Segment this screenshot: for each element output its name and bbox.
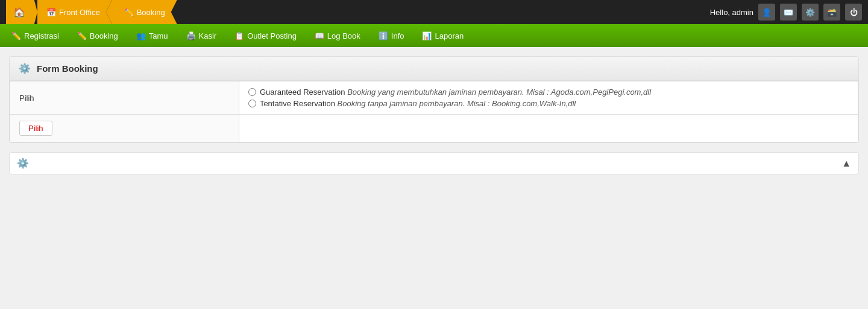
guaranteed-option: Guaranteed Reservation Booking yang memb… bbox=[248, 88, 849, 97]
main-content: ⚙️ Form Booking Pilih Guaranteed Reserva… bbox=[0, 47, 868, 183]
briefcase-icon-button[interactable]: 🗃️ bbox=[823, 4, 840, 21]
tentative-label-italic: Booking tanpa jaminan pembayaran. Misal … bbox=[338, 99, 576, 108]
button-label-cell: Pilih bbox=[10, 115, 239, 142]
top-navbar: 🏠 📅 Front Office ✏️ Booking Hello, admin… bbox=[0, 0, 868, 24]
form-header-gear-icon: ⚙️ bbox=[19, 63, 31, 74]
registrasi-label: Registrasi bbox=[24, 31, 59, 40]
booking-label: Booking bbox=[90, 31, 118, 40]
sidebar-item-booking[interactable]: ✏️ Booking bbox=[69, 28, 127, 44]
tentative-option: Tentative Reservation Booking tanpa jami… bbox=[248, 99, 849, 108]
guaranteed-label-main: Guaranteed Reservation bbox=[260, 88, 345, 97]
breadcrumb-booking[interactable]: ✏️ Booking bbox=[106, 0, 177, 24]
breadcrumb-booking-label: Booking bbox=[137, 8, 165, 17]
edit-icon: ✏️ bbox=[124, 8, 134, 17]
table-row: Pilih bbox=[10, 115, 858, 142]
sidebar-item-kasir[interactable]: 🖨️ Kasir bbox=[178, 28, 225, 44]
tentative-label-main: Tentative Reservation bbox=[260, 99, 335, 108]
booking-icon: ✏️ bbox=[77, 31, 87, 40]
form-table: Pilih Guaranteed Reservation Booking yan… bbox=[10, 81, 858, 142]
outlet-icon: 📋 bbox=[234, 31, 244, 40]
power-icon-button[interactable]: ⏻ bbox=[845, 4, 862, 21]
pilih-button[interactable]: Pilih bbox=[19, 121, 52, 136]
logbook-label: Log Book bbox=[327, 31, 360, 40]
settings-icon-button[interactable]: ⚙️ bbox=[802, 4, 819, 21]
breadcrumb-front-office[interactable]: 📅 Front Office bbox=[37, 0, 112, 24]
bottom-card: ⚙️ ▲ bbox=[9, 152, 859, 174]
sidebar-item-log-book[interactable]: 📖 Log Book bbox=[306, 28, 369, 44]
sidebar-item-registrasi[interactable]: ✏️ Registrasi bbox=[3, 28, 68, 44]
info-label: Info bbox=[391, 31, 404, 40]
laporan-icon: 📊 bbox=[422, 31, 432, 40]
calendar-icon: 📅 bbox=[46, 8, 56, 17]
tamu-icon: 👥 bbox=[136, 31, 146, 40]
button-value-cell bbox=[239, 115, 858, 142]
logbook-icon: 📖 bbox=[315, 31, 324, 40]
registrasi-icon: ✏️ bbox=[11, 31, 21, 40]
top-nav-left: 🏠 📅 Front Office ✏️ Booking bbox=[6, 0, 177, 24]
greeting-text: Hello, admin bbox=[710, 8, 753, 17]
guaranteed-radio[interactable] bbox=[248, 88, 256, 96]
form-booking-card: ⚙️ Form Booking Pilih Guaranteed Reserva… bbox=[9, 56, 859, 143]
sidebar-item-laporan[interactable]: 📊 Laporan bbox=[414, 28, 472, 44]
breadcrumb: 📅 Front Office ✏️ Booking bbox=[37, 0, 177, 24]
tamu-label: Tamu bbox=[149, 31, 168, 40]
sidebar-item-tamu[interactable]: 👥 Tamu bbox=[128, 28, 177, 44]
reservation-options: Guaranteed Reservation Booking yang memb… bbox=[239, 81, 858, 115]
sidebar-item-info[interactable]: ℹ️ Info bbox=[370, 28, 413, 44]
bottom-settings-icon: ⚙️ bbox=[17, 158, 29, 169]
table-row: Pilih Guaranteed Reservation Booking yan… bbox=[10, 81, 858, 115]
breadcrumb-front-office-label: Front Office bbox=[59, 8, 100, 17]
scroll-up-icon[interactable]: ▲ bbox=[841, 158, 851, 169]
laporan-label: Laporan bbox=[435, 31, 464, 40]
kasir-label: Kasir bbox=[199, 31, 217, 40]
kasir-icon: 🖨️ bbox=[186, 31, 196, 40]
form-card-title: Form Booking bbox=[37, 63, 98, 74]
form-card-header: ⚙️ Form Booking bbox=[10, 57, 858, 81]
info-icon: ℹ️ bbox=[379, 31, 388, 40]
sub-navbar: ✏️ Registrasi ✏️ Booking 👥 Tamu 🖨️ Kasir… bbox=[0, 24, 868, 47]
pilih-label: Pilih bbox=[10, 81, 239, 115]
top-nav-right: Hello, admin 👤 ✉️ ⚙️ 🗃️ ⏻ bbox=[710, 4, 862, 21]
home-button[interactable]: 🏠 bbox=[6, 0, 37, 24]
guaranteed-label-italic: Booking yang membutuhkan jaminan pembaya… bbox=[347, 88, 651, 97]
form-card-body: Pilih Guaranteed Reservation Booking yan… bbox=[10, 81, 858, 142]
guaranteed-label: Guaranteed Reservation Booking yang memb… bbox=[260, 88, 651, 97]
user-icon-button[interactable]: 👤 bbox=[758, 4, 775, 21]
sidebar-item-outlet-posting[interactable]: 📋 Outlet Posting bbox=[226, 28, 305, 44]
tentative-radio[interactable] bbox=[248, 100, 256, 107]
mail-icon-button[interactable]: ✉️ bbox=[780, 4, 797, 21]
tentative-label: Tentative Reservation Booking tanpa jami… bbox=[260, 99, 576, 108]
outlet-label: Outlet Posting bbox=[247, 31, 297, 40]
